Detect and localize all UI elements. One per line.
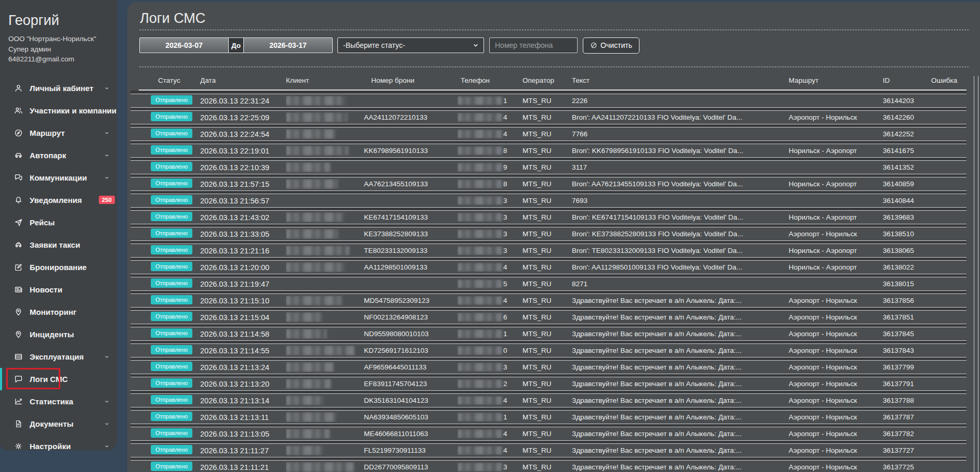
car-icon <box>14 151 23 160</box>
id-cell: 36140844 <box>883 197 931 205</box>
id-cell: 36137856 <box>883 297 931 304</box>
edit-icon <box>14 263 23 272</box>
redacted-phone <box>458 379 502 388</box>
sidebar-item-инциденты[interactable]: Инциденты <box>0 323 117 346</box>
phone-cell: 4 <box>458 396 522 405</box>
operator-cell: MTS_RU <box>522 397 572 404</box>
phone-input[interactable] <box>489 37 578 53</box>
sidebar-item-рейсы[interactable]: Рейсы <box>0 211 117 234</box>
phone-cell: 2 <box>458 379 522 388</box>
id-cell: 36137727 <box>883 447 931 454</box>
sidebar-item-логи-смс[interactable]: Логи СМС <box>0 368 117 390</box>
status-cell: Отправлено <box>150 428 200 439</box>
booking-cell: FL52199730911133 <box>364 447 458 454</box>
sidebar-item-label: Документы <box>30 419 73 428</box>
sidebar-item-мониторинг[interactable]: Мониторинг <box>0 301 117 323</box>
gear-icon <box>14 442 23 451</box>
sidebar-item-label: Заявки такси <box>30 240 80 249</box>
redacted-phone <box>458 163 502 172</box>
id-cell: 36137843 <box>883 347 931 354</box>
scrollbar[interactable] <box>974 76 978 472</box>
sidebar-item-label: Новости <box>30 285 62 294</box>
file-icon <box>14 419 23 428</box>
operator-cell: MTS_RU <box>522 130 572 138</box>
booking-cell: EF83911745704123 <box>364 380 458 388</box>
sidebar-item-новости[interactable]: Новости <box>0 278 117 301</box>
table-row: Отправлено2026.03.13 21:43:02KE674171541… <box>130 210 966 224</box>
sidebar-item-уведомления[interactable]: Уведомления250 <box>0 189 117 211</box>
text-cell: Здравствуйте! Вас встречает в а/п Алыкел… <box>572 313 789 321</box>
text-cell: 3117 <box>572 163 789 171</box>
date-cell: 2026.03.13 21:11:21 <box>200 463 286 471</box>
redacted-phone <box>458 363 502 372</box>
table-row: Отправлено2026.03.13 21:56:573MTS_RU7693… <box>130 194 966 208</box>
sidebar-item-коммуникации[interactable]: Коммуникации <box>0 167 117 189</box>
text-cell: Здравствуйте! Вас встречает в а/п Алыкел… <box>572 430 789 438</box>
status-badge: Отправлено <box>151 162 192 171</box>
id-cell: 36142260 <box>883 113 931 121</box>
operator-cell: MTS_RU <box>522 313 572 321</box>
redacted-client <box>286 229 338 239</box>
status-select[interactable]: -Выберите статус- <box>337 37 484 53</box>
redacted-phone <box>458 263 502 272</box>
operator-cell: MTS_RU <box>522 163 572 171</box>
column-header: Маршрут <box>789 76 883 84</box>
text-cell: 8271 <box>572 280 789 288</box>
chevron-down-icon <box>104 85 110 91</box>
date-cell: 2026.03.13 21:57:15 <box>200 180 286 188</box>
booking-cell: AA24112072210133 <box>364 113 458 121</box>
marker-icon <box>14 330 23 339</box>
id-cell: 36137782 <box>883 430 931 438</box>
status-badge: Отправлено <box>151 362 192 371</box>
text-cell: Здравствуйте! Вас встречает в а/п Алыкел… <box>572 363 789 371</box>
table-row: Отправлено2026.03.13 21:11:21DD267700958… <box>130 460 966 472</box>
filter-bar: До -Выберите статус- Очистить <box>139 37 968 53</box>
date-to-input[interactable] <box>243 37 333 53</box>
date-cell: 2026.03.13 21:19:47 <box>200 280 286 288</box>
bell-icon <box>14 196 23 205</box>
redacted-phone <box>458 196 502 205</box>
status-cell: Отправлено <box>150 395 200 406</box>
table-row: Отправлено2026.03.13 21:11:27FL521997309… <box>130 443 966 457</box>
text-cell: Bron': KE67417154109133 FIO Voditelya: V… <box>572 213 789 221</box>
sidebar-item-личный-кабинет[interactable]: Личный кабинет <box>0 77 117 99</box>
table-row: Отправлено2026.03.13 22:10:399MTS_RU3117… <box>130 160 966 174</box>
sidebar-item-настройки[interactable]: Настройки <box>0 435 117 457</box>
sidebar-item-бронирование[interactable]: Бронирование <box>0 256 117 278</box>
phone-cell: 3 <box>458 463 522 471</box>
route-cell: Аэропорт - Норильск <box>789 430 883 438</box>
sidebar-item-документы[interactable]: Документы <box>0 413 117 435</box>
table-row: Отправлено2026.03.13 22:31:241MTS_RU2226… <box>130 94 966 108</box>
phone-last-digit: 9 <box>503 163 507 171</box>
status-cell: Отправлено <box>150 412 200 423</box>
sidebar-item-маршрут[interactable]: Маршрут <box>0 122 117 144</box>
status-cell: Отправлено <box>150 162 200 173</box>
date-cell: 2026.03.13 22:24:54 <box>200 130 286 138</box>
booking-cell: AA76213455109133 <box>364 180 458 188</box>
chevron-down-icon <box>104 421 110 427</box>
client-cell <box>286 129 364 139</box>
status-badge: Отправлено <box>151 378 192 388</box>
phone-cell: 4 <box>458 446 522 455</box>
sidebar-item-заявки-такси[interactable]: Заявки такси <box>0 234 117 256</box>
date-cell: 2026.03.13 21:14:55 <box>200 347 286 355</box>
date-from-input[interactable] <box>139 37 229 53</box>
sidebar-item-автопарк[interactable]: Автопарк <box>0 144 117 167</box>
sidebar-item-статистика[interactable]: Статистика <box>0 390 117 413</box>
redacted-phone <box>458 229 502 238</box>
ban-icon <box>590 42 597 49</box>
operator-cell: MTS_RU <box>522 413 572 421</box>
id-cell: 36137845 <box>883 330 931 338</box>
date-cell: 2026.03.13 21:56:57 <box>200 197 286 205</box>
phone-last-digit: 1 <box>503 97 507 105</box>
booking-cell: ND95598080010103 <box>364 330 458 338</box>
text-cell: 7693 <box>572 197 789 205</box>
table-row: Отправлено2026.03.13 21:21:16TE802331320… <box>130 244 966 258</box>
clear-button[interactable]: Очистить <box>583 37 639 54</box>
separator-bottom <box>139 67 969 67</box>
sidebar-item-эксплуатация[interactable]: Эксплуатация <box>0 346 117 368</box>
sidebar-item-участники-и-компании[interactable]: Участники и компании <box>0 99 117 122</box>
sidebar: Георгий ООО "Нортранс-Норильск" Супер ад… <box>0 0 117 450</box>
chevron-down-icon <box>104 130 110 136</box>
status-cell: Отправлено <box>150 445 200 456</box>
